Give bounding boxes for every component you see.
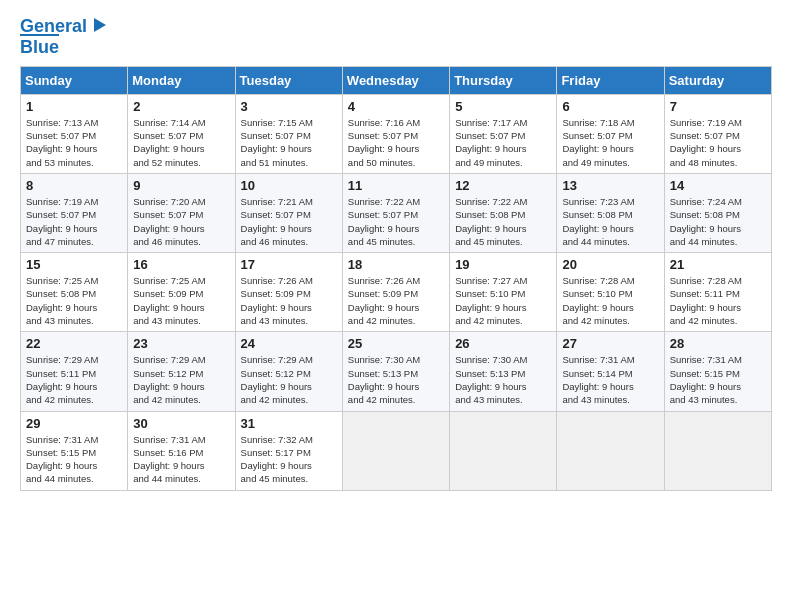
day-number: 20 [562, 257, 658, 272]
day-info: Sunrise: 7:31 AMSunset: 5:14 PMDaylight:… [562, 353, 658, 406]
day-number: 25 [348, 336, 444, 351]
calendar-cell: 9 Sunrise: 7:20 AMSunset: 5:07 PMDayligh… [128, 173, 235, 252]
calendar-cell: 8 Sunrise: 7:19 AMSunset: 5:07 PMDayligh… [21, 173, 128, 252]
day-info: Sunrise: 7:13 AMSunset: 5:07 PMDaylight:… [26, 116, 122, 169]
calendar-cell: 3 Sunrise: 7:15 AMSunset: 5:07 PMDayligh… [235, 94, 342, 173]
day-info: Sunrise: 7:16 AMSunset: 5:07 PMDaylight:… [348, 116, 444, 169]
day-info: Sunrise: 7:28 AMSunset: 5:10 PMDaylight:… [562, 274, 658, 327]
day-number: 22 [26, 336, 122, 351]
day-number: 19 [455, 257, 551, 272]
day-number: 5 [455, 99, 551, 114]
day-info: Sunrise: 7:23 AMSunset: 5:08 PMDaylight:… [562, 195, 658, 248]
day-info: Sunrise: 7:19 AMSunset: 5:07 PMDaylight:… [26, 195, 122, 248]
weekday-header: Tuesday [235, 66, 342, 94]
day-info: Sunrise: 7:24 AMSunset: 5:08 PMDaylight:… [670, 195, 766, 248]
calendar-cell: 25 Sunrise: 7:30 AMSunset: 5:13 PMDaylig… [342, 332, 449, 411]
day-info: Sunrise: 7:14 AMSunset: 5:07 PMDaylight:… [133, 116, 229, 169]
calendar-cell: 11 Sunrise: 7:22 AMSunset: 5:07 PMDaylig… [342, 173, 449, 252]
day-info: Sunrise: 7:20 AMSunset: 5:07 PMDaylight:… [133, 195, 229, 248]
calendar-week-row: 8 Sunrise: 7:19 AMSunset: 5:07 PMDayligh… [21, 173, 772, 252]
day-info: Sunrise: 7:29 AMSunset: 5:12 PMDaylight:… [133, 353, 229, 406]
calendar-cell [557, 411, 664, 490]
day-info: Sunrise: 7:18 AMSunset: 5:07 PMDaylight:… [562, 116, 658, 169]
day-info: Sunrise: 7:25 AMSunset: 5:09 PMDaylight:… [133, 274, 229, 327]
calendar-cell: 23 Sunrise: 7:29 AMSunset: 5:12 PMDaylig… [128, 332, 235, 411]
svg-marker-0 [94, 18, 106, 32]
calendar-cell: 30 Sunrise: 7:31 AMSunset: 5:16 PMDaylig… [128, 411, 235, 490]
day-info: Sunrise: 7:30 AMSunset: 5:13 PMDaylight:… [348, 353, 444, 406]
logo-icon [90, 16, 108, 34]
day-info: Sunrise: 7:15 AMSunset: 5:07 PMDaylight:… [241, 116, 337, 169]
day-info: Sunrise: 7:27 AMSunset: 5:10 PMDaylight:… [455, 274, 551, 327]
calendar-cell: 7 Sunrise: 7:19 AMSunset: 5:07 PMDayligh… [664, 94, 771, 173]
weekday-header: Wednesday [342, 66, 449, 94]
day-info: Sunrise: 7:31 AMSunset: 5:15 PMDaylight:… [670, 353, 766, 406]
calendar-cell [664, 411, 771, 490]
day-number: 28 [670, 336, 766, 351]
calendar-cell: 31 Sunrise: 7:32 AMSunset: 5:17 PMDaylig… [235, 411, 342, 490]
calendar-cell: 10 Sunrise: 7:21 AMSunset: 5:07 PMDaylig… [235, 173, 342, 252]
day-number: 27 [562, 336, 658, 351]
calendar-cell: 16 Sunrise: 7:25 AMSunset: 5:09 PMDaylig… [128, 253, 235, 332]
calendar-cell: 27 Sunrise: 7:31 AMSunset: 5:14 PMDaylig… [557, 332, 664, 411]
calendar-week-row: 22 Sunrise: 7:29 AMSunset: 5:11 PMDaylig… [21, 332, 772, 411]
logo: General Blue [20, 16, 108, 58]
day-info: Sunrise: 7:29 AMSunset: 5:12 PMDaylight:… [241, 353, 337, 406]
day-number: 30 [133, 416, 229, 431]
day-number: 21 [670, 257, 766, 272]
day-number: 4 [348, 99, 444, 114]
day-number: 13 [562, 178, 658, 193]
calendar-week-row: 29 Sunrise: 7:31 AMSunset: 5:15 PMDaylig… [21, 411, 772, 490]
day-number: 8 [26, 178, 122, 193]
calendar-cell: 20 Sunrise: 7:28 AMSunset: 5:10 PMDaylig… [557, 253, 664, 332]
day-number: 3 [241, 99, 337, 114]
calendar-cell: 15 Sunrise: 7:25 AMSunset: 5:08 PMDaylig… [21, 253, 128, 332]
day-number: 26 [455, 336, 551, 351]
day-number: 9 [133, 178, 229, 193]
weekday-header: Monday [128, 66, 235, 94]
day-info: Sunrise: 7:30 AMSunset: 5:13 PMDaylight:… [455, 353, 551, 406]
calendar-cell: 6 Sunrise: 7:18 AMSunset: 5:07 PMDayligh… [557, 94, 664, 173]
day-info: Sunrise: 7:21 AMSunset: 5:07 PMDaylight:… [241, 195, 337, 248]
calendar-cell [450, 411, 557, 490]
header: General Blue [20, 16, 772, 58]
day-number: 18 [348, 257, 444, 272]
calendar-cell: 4 Sunrise: 7:16 AMSunset: 5:07 PMDayligh… [342, 94, 449, 173]
calendar-cell: 5 Sunrise: 7:17 AMSunset: 5:07 PMDayligh… [450, 94, 557, 173]
calendar-cell: 12 Sunrise: 7:22 AMSunset: 5:08 PMDaylig… [450, 173, 557, 252]
day-info: Sunrise: 7:17 AMSunset: 5:07 PMDaylight:… [455, 116, 551, 169]
calendar-cell: 1 Sunrise: 7:13 AMSunset: 5:07 PMDayligh… [21, 94, 128, 173]
day-number: 12 [455, 178, 551, 193]
day-number: 16 [133, 257, 229, 272]
calendar-cell: 19 Sunrise: 7:27 AMSunset: 5:10 PMDaylig… [450, 253, 557, 332]
day-info: Sunrise: 7:19 AMSunset: 5:07 PMDaylight:… [670, 116, 766, 169]
calendar-table: SundayMondayTuesdayWednesdayThursdayFrid… [20, 66, 772, 491]
calendar-cell: 14 Sunrise: 7:24 AMSunset: 5:08 PMDaylig… [664, 173, 771, 252]
calendar-cell [342, 411, 449, 490]
day-info: Sunrise: 7:31 AMSunset: 5:15 PMDaylight:… [26, 433, 122, 486]
weekday-header: Thursday [450, 66, 557, 94]
calendar-cell: 13 Sunrise: 7:23 AMSunset: 5:08 PMDaylig… [557, 173, 664, 252]
day-info: Sunrise: 7:28 AMSunset: 5:11 PMDaylight:… [670, 274, 766, 327]
weekday-header-row: SundayMondayTuesdayWednesdayThursdayFrid… [21, 66, 772, 94]
calendar-body: 1 Sunrise: 7:13 AMSunset: 5:07 PMDayligh… [21, 94, 772, 490]
calendar-cell: 28 Sunrise: 7:31 AMSunset: 5:15 PMDaylig… [664, 332, 771, 411]
day-info: Sunrise: 7:31 AMSunset: 5:16 PMDaylight:… [133, 433, 229, 486]
day-number: 15 [26, 257, 122, 272]
day-info: Sunrise: 7:25 AMSunset: 5:08 PMDaylight:… [26, 274, 122, 327]
day-number: 29 [26, 416, 122, 431]
weekday-header: Saturday [664, 66, 771, 94]
calendar-cell: 22 Sunrise: 7:29 AMSunset: 5:11 PMDaylig… [21, 332, 128, 411]
weekday-header: Friday [557, 66, 664, 94]
day-info: Sunrise: 7:29 AMSunset: 5:11 PMDaylight:… [26, 353, 122, 406]
day-number: 24 [241, 336, 337, 351]
calendar-cell: 2 Sunrise: 7:14 AMSunset: 5:07 PMDayligh… [128, 94, 235, 173]
day-number: 23 [133, 336, 229, 351]
logo-text-line2: Blue [20, 34, 59, 57]
day-number: 11 [348, 178, 444, 193]
day-number: 31 [241, 416, 337, 431]
day-number: 1 [26, 99, 122, 114]
day-info: Sunrise: 7:26 AMSunset: 5:09 PMDaylight:… [241, 274, 337, 327]
day-info: Sunrise: 7:32 AMSunset: 5:17 PMDaylight:… [241, 433, 337, 486]
calendar-cell: 24 Sunrise: 7:29 AMSunset: 5:12 PMDaylig… [235, 332, 342, 411]
